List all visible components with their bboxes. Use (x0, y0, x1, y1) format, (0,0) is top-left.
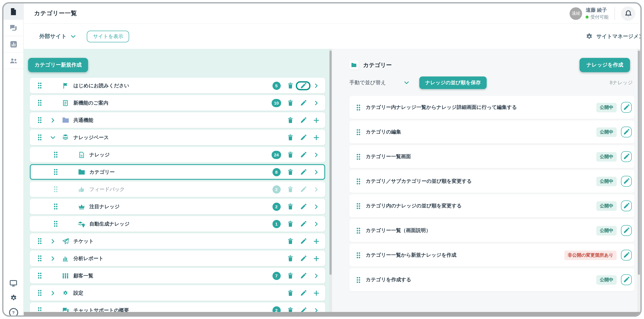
sidebar-item-analytics[interactable] (4, 36, 23, 53)
create-knowledge-button[interactable]: ナレッジを作成 (580, 58, 630, 72)
edit-category-button[interactable] (297, 100, 310, 106)
knowledge-item[interactable]: カテゴリの編集 公開中 (349, 121, 634, 143)
category-row[interactable]: カテゴリー 8 (30, 164, 325, 180)
edit-category-button[interactable] (297, 203, 310, 210)
drag-handle-icon[interactable] (54, 186, 58, 193)
expander-chevron-right-icon[interactable] (48, 239, 58, 243)
delete-category-button[interactable] (284, 168, 297, 175)
drag-handle-icon[interactable] (356, 227, 360, 234)
sidebar-item-display[interactable] (4, 276, 23, 290)
delete-category-button[interactable] (284, 203, 297, 210)
drag-handle-icon[interactable] (54, 151, 58, 158)
knowledge-item[interactable]: カテゴリー一覧から新規ナレッジを作成 非公開の変更箇所あり (349, 244, 634, 266)
expander-chevron-down-icon[interactable] (48, 135, 58, 140)
delete-category-button[interactable] (284, 99, 297, 106)
window-scrollbar[interactable] (638, 49, 640, 315)
notifications-button[interactable] (621, 6, 635, 21)
open-category-button[interactable] (310, 273, 322, 278)
save-order-button[interactable]: ナレッジの並び順を保存 (419, 77, 487, 89)
edit-knowledge-button[interactable] (621, 127, 632, 137)
knowledge-item[interactable]: カテゴリー内ナレッジ一覧からナレッジ詳細画面に行って編集する 公開中 (349, 96, 634, 119)
drag-handle-icon[interactable] (54, 168, 58, 175)
drag-handle-icon[interactable] (356, 252, 360, 259)
drag-handle-icon[interactable] (38, 238, 42, 244)
add-subcategory-button[interactable] (310, 238, 322, 244)
knowledge-item[interactable]: カテゴリー一覧（画面説明） 公開中 (349, 219, 634, 242)
open-category-button[interactable] (310, 308, 322, 313)
add-subcategory-button[interactable] (310, 255, 322, 262)
expander-chevron-right-icon[interactable] (48, 291, 58, 295)
category-row[interactable]: 分析レポート (30, 251, 325, 266)
category-row[interactable]: 自動生成ナレッジ 1 (30, 216, 325, 232)
edit-knowledge-button[interactable] (621, 274, 632, 285)
delete-category-button[interactable] (284, 134, 297, 141)
edit-knowledge-button[interactable] (621, 102, 632, 113)
knowledge-item[interactable]: カテゴリ内のナレッジの並び順を変更する 公開中 (349, 194, 634, 217)
delete-category-button[interactable] (284, 82, 297, 89)
site-management-link[interactable]: サイトマネージメン (586, 33, 640, 40)
edit-knowledge-button[interactable] (621, 200, 632, 211)
open-category-button[interactable] (310, 221, 322, 226)
avatar[interactable]: 遠綾 (570, 7, 582, 20)
drag-handle-icon[interactable] (38, 255, 42, 262)
open-category-button[interactable] (310, 83, 322, 88)
drag-handle-icon[interactable] (356, 202, 360, 209)
scrollbar-thumb[interactable] (330, 51, 332, 275)
drag-handle-icon[interactable] (356, 153, 360, 160)
edit-category-button[interactable] (297, 238, 310, 244)
edit-knowledge-button[interactable] (621, 225, 632, 236)
category-row[interactable]: 共通機能 (30, 112, 325, 128)
scrollbar-thumb[interactable] (638, 51, 640, 275)
edit-category-button[interactable] (297, 117, 310, 123)
drag-handle-icon[interactable] (38, 134, 42, 141)
category-row[interactable]: フィードバック 2 (30, 181, 325, 197)
horizontal-scrollbar[interactable] (24, 312, 640, 315)
drag-handle-icon[interactable] (356, 178, 360, 185)
sidebar-item-chat[interactable] (4, 20, 23, 36)
open-category-button[interactable] (310, 152, 322, 157)
edit-category-button[interactable] (297, 186, 310, 193)
delete-category-button[interactable] (284, 238, 297, 244)
sidebar-item-settings[interactable] (4, 290, 23, 305)
site-selector-dropdown[interactable]: 外部サイト (39, 33, 76, 40)
knowledge-item[interactable]: カテゴリー一覧画面 公開中 (349, 145, 634, 168)
knowledge-item[interactable]: カテゴリ／サブカテゴリーの並び順を変更する 公開中 (349, 170, 634, 193)
delete-category-button[interactable] (284, 186, 297, 193)
drag-handle-icon[interactable] (356, 276, 360, 283)
delete-category-button[interactable] (284, 117, 297, 124)
open-category-button[interactable] (310, 187, 322, 192)
drag-handle-icon[interactable] (38, 82, 42, 89)
sidebar-item-help[interactable]: ? (4, 305, 23, 317)
new-category-button[interactable]: カテゴリー新規作成 (28, 58, 88, 72)
drag-handle-icon[interactable] (356, 129, 360, 136)
category-panel-scrollbar[interactable] (329, 49, 332, 315)
add-subcategory-button[interactable] (310, 290, 322, 296)
open-category-button[interactable] (310, 204, 322, 209)
expander-chevron-right-icon[interactable] (48, 256, 58, 261)
category-row[interactable]: チケット (30, 233, 325, 249)
drag-handle-icon[interactable] (54, 220, 58, 227)
open-category-button[interactable] (310, 101, 322, 105)
edit-category-button[interactable] (297, 290, 310, 296)
edit-category-button[interactable] (297, 255, 310, 262)
drag-handle-icon[interactable] (38, 117, 42, 124)
edit-category-button[interactable] (297, 152, 310, 158)
category-row[interactable]: 設定 (30, 285, 325, 301)
knowledge-item[interactable]: カテゴリを作成する 公開中 (349, 268, 634, 291)
sidebar-item-documents[interactable] (4, 4, 23, 20)
add-subcategory-button[interactable] (310, 117, 322, 123)
delete-category-button[interactable] (284, 289, 297, 296)
edit-category-button[interactable] (297, 272, 310, 279)
category-row[interactable]: ナレッジベース (30, 130, 325, 145)
delete-category-button[interactable] (284, 272, 297, 279)
drag-handle-icon[interactable] (38, 272, 42, 279)
edit-knowledge-button[interactable] (621, 250, 632, 260)
drag-handle-icon[interactable] (38, 99, 42, 106)
expander-chevron-right-icon[interactable] (48, 118, 58, 123)
delete-category-button[interactable] (284, 151, 297, 158)
add-subcategory-button[interactable] (310, 134, 322, 141)
edit-knowledge-button[interactable] (621, 151, 632, 162)
drag-handle-icon[interactable] (54, 203, 58, 210)
edit-category-button[interactable] (297, 221, 310, 227)
delete-category-button[interactable] (284, 255, 297, 262)
